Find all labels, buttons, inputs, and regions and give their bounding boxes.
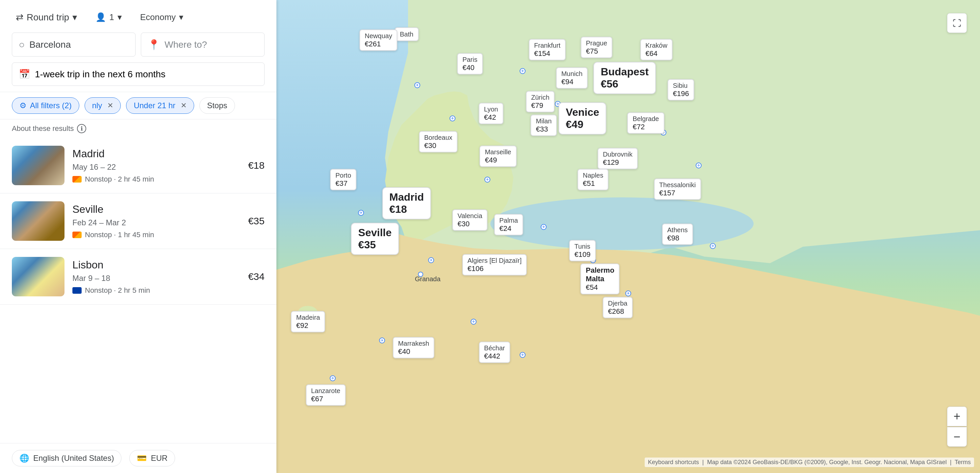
price-label-seville[interactable]: Seville€35 (351, 223, 399, 255)
result-card-lisbon[interactable]: Lisbon Mar 9 – 18 Nonstop · 2 hr 5 min €… (0, 249, 277, 305)
price-val-naples: €51 (583, 179, 603, 188)
city-name-munich: Munich (562, 70, 582, 78)
city-name-madeira: Madeira (296, 313, 320, 321)
price-label-athens[interactable]: Athens€98 (662, 223, 693, 245)
class-chevron-icon: ▾ (179, 12, 183, 22)
zoom-out-button[interactable]: − (947, 427, 967, 447)
price-label-venice[interactable]: Venice€49 (558, 102, 606, 135)
city-name-sibiu: Sibiu (673, 82, 689, 89)
price-label-marseille[interactable]: Marseille€49 (479, 145, 516, 167)
madrid-price: €18 (248, 160, 264, 171)
currency-label: EUR (151, 454, 167, 463)
direct-only-label: nly (92, 101, 102, 110)
city-label-granada: Granada (415, 275, 441, 283)
results-list: Madrid May 16 – 22 Nonstop · 2 hr 45 min… (0, 138, 277, 443)
price-label-madeira[interactable]: Madeira€92 (291, 311, 325, 332)
city-name-madrid: Madrid (389, 191, 424, 203)
vueling-icon-2 (72, 232, 82, 238)
destination-field[interactable]: 📍 Where to? (141, 33, 264, 57)
price-label-marrakesh[interactable]: Marrakesh€40 (393, 337, 434, 358)
passengers-button[interactable]: 👤 1 ▾ (91, 10, 126, 25)
city-name-frankfurt: Frankfurt (534, 41, 560, 49)
all-filters-button[interactable]: ⚙ All filters (2) (12, 97, 79, 114)
price-label-krakow[interactable]: Kraków€64 (640, 39, 673, 60)
price-label-newquay[interactable]: Newquay€261 (360, 30, 397, 51)
class-button[interactable]: Economy ▾ (136, 10, 187, 25)
zoom-in-button[interactable]: + (947, 406, 967, 426)
map-attribution: Keyboard shortcuts | Map data ©2024 GeoB… (645, 457, 974, 467)
price-label-paris[interactable]: Paris€40 (457, 53, 483, 75)
price-label-tunis[interactable]: Tunis€109 (569, 240, 596, 262)
price-label-lyon[interactable]: Lyon€42 (479, 103, 503, 124)
price-label-porto[interactable]: Porto€37 (330, 169, 356, 190)
result-card-seville[interactable]: Seville Feb 24 – Mar 2 Nonstop · 1 hr 45… (0, 194, 277, 249)
price-val-marseille: €49 (485, 156, 511, 164)
price-val-milan: €33 (536, 125, 552, 133)
city-name-venice: Venice (566, 106, 599, 118)
price-label-naples[interactable]: Naples€51 (578, 169, 608, 190)
price-val-thessaloniki: €157 (659, 189, 696, 197)
price-label-frankfurt[interactable]: Frankfurt€154 (529, 39, 566, 60)
price-label-sibiu[interactable]: Sibiu€196 (668, 79, 694, 101)
stops-button[interactable]: Stops (199, 97, 235, 114)
filter-sliders-icon: ⚙ (19, 101, 27, 110)
airport-dot-10: ✈ (541, 224, 547, 230)
price-label-valencia[interactable]: Valencia€30 (452, 209, 487, 230)
city-name-paris: Paris (462, 56, 477, 63)
seville-image (12, 201, 65, 241)
price-label-prague[interactable]: Prague€75 (581, 37, 613, 58)
under-21hr-button[interactable]: Under 21 hr ✕ (126, 97, 194, 114)
price-val-krakow: €64 (645, 49, 667, 57)
trip-type-label: Round trip (27, 12, 69, 23)
price-label-dubrovnik[interactable]: Dubrovnik€129 (598, 148, 638, 169)
round-trip-icon: ⇄ (16, 12, 23, 23)
date-range-label: 1-week trip in the next 6 months (35, 69, 165, 79)
search-row: ○ Barcelona 📍 Where to? (12, 33, 264, 57)
about-results-info-icon[interactable]: ℹ (77, 124, 86, 133)
lisbon-city: Lisbon (72, 259, 240, 271)
price-val-bordeaux: €30 (424, 141, 452, 150)
price-label-algiers[interactable]: Algiers [El Djazaïr]€106 (462, 254, 527, 276)
trip-type-button[interactable]: ⇄ Round trip ▾ (12, 9, 81, 25)
city-name-tunis: Tunis (574, 243, 591, 250)
price-val-paris: €40 (462, 63, 477, 72)
date-field[interactable]: 📅 1-week trip in the next 6 months (12, 62, 264, 86)
price-label-belgrade[interactable]: Belgrade€72 (627, 112, 664, 133)
left-panel: ⇄ Round trip ▾ 👤 1 ▾ Economy ▾ ○ Barcelo… (0, 0, 277, 473)
price-label-palma[interactable]: Palma€24 (494, 214, 523, 235)
city-name-algiers: Algiers [El Djazaïr] (468, 257, 522, 265)
lisbon-image (12, 257, 65, 296)
madrid-city: Madrid (72, 148, 240, 160)
price-label-milan[interactable]: Milan€33 (531, 115, 557, 136)
price-label-djerba[interactable]: Djerba€268 (603, 297, 633, 318)
stops-label: Stops (207, 101, 227, 110)
currency-button[interactable]: 💳 EUR (129, 450, 175, 467)
language-button[interactable]: 🌐 English (United States) (12, 450, 121, 467)
price-label-budapest[interactable]: Budapest€56 (593, 62, 656, 94)
origin-field[interactable]: ○ Barcelona (12, 33, 135, 57)
airport-dot-3: ✈ (520, 68, 525, 74)
direct-only-button[interactable]: nly ✕ (84, 97, 121, 114)
under-21hr-close-icon[interactable]: ✕ (181, 101, 186, 110)
price-label-munich[interactable]: Munich€94 (556, 67, 588, 89)
calendar-icon: 📅 (19, 69, 30, 79)
price-val-newquay: €261 (364, 40, 392, 48)
price-label-zurich[interactable]: Zürich€79 (526, 91, 555, 113)
price-label-bath[interactable]: Bath (395, 27, 418, 41)
ryanair-icon (72, 287, 82, 294)
about-results-row: About these results ℹ (0, 119, 277, 138)
price-label-bechar[interactable]: Béchar€442 (479, 342, 510, 363)
expand-map-button[interactable] (947, 13, 967, 33)
price-label-thessaloniki[interactable]: Thessaloniki€157 (654, 179, 701, 200)
price-label-lanzarote[interactable]: Lanzarote€67 (306, 384, 345, 406)
price-label-palermo_malta[interactable]: PalermoMalta€54 (581, 263, 620, 294)
price-label-bordeaux[interactable]: Bordeaux€30 (419, 131, 458, 152)
price-val-algiers: €106 (468, 265, 522, 273)
direct-only-close-icon[interactable]: ✕ (107, 101, 113, 110)
price-label-madrid[interactable]: Madrid€18 (382, 187, 431, 219)
airport-dot-15: ✈ (520, 352, 525, 358)
city-name-palma: Palma (499, 217, 518, 224)
lisbon-price: €34 (248, 271, 264, 282)
result-card-madrid[interactable]: Madrid May 16 – 22 Nonstop · 2 hr 45 min… (0, 138, 277, 194)
price-val-bechar: €442 (484, 352, 505, 360)
